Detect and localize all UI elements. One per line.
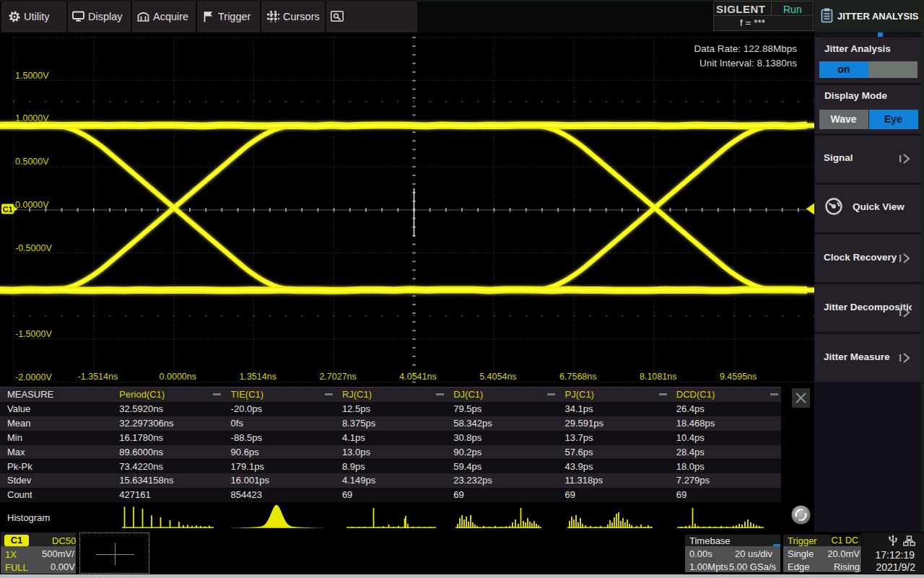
svg-text:1.5000V: 1.5000V <box>15 71 49 81</box>
svg-text:Unit Interval: 8.1380ns: Unit Interval: 8.1380ns <box>699 58 797 69</box>
svg-text:0.5000V: 0.5000V <box>15 157 49 167</box>
svg-text:-0.5000V: -0.5000V <box>15 243 52 253</box>
svg-text:9.4595ns: 9.4595ns <box>720 372 757 382</box>
svg-text:8.1081ns: 8.1081ns <box>640 372 676 382</box>
svg-text:-2.0000V: -2.0000V <box>15 372 52 382</box>
svg-text:C1: C1 <box>3 205 13 214</box>
svg-text:5.4054ns: 5.4054ns <box>479 372 516 382</box>
svg-text:1.3514ns: 1.3514ns <box>239 372 276 382</box>
svg-text:6.7568ns: 6.7568ns <box>559 372 596 382</box>
svg-text:-1.3514ns: -1.3514ns <box>78 372 118 382</box>
svg-text:Data Rate: 122.88Mbps: Data Rate: 122.88Mbps <box>694 43 797 54</box>
svg-text:2.7027ns: 2.7027ns <box>319 372 356 382</box>
svg-text:0.0000ns: 0.0000ns <box>160 372 196 382</box>
svg-text:4.0541ns: 4.0541ns <box>399 372 436 382</box>
svg-text:-1.5000V: -1.5000V <box>15 329 52 339</box>
svg-text:0.0000V: 0.0000V <box>15 200 49 210</box>
